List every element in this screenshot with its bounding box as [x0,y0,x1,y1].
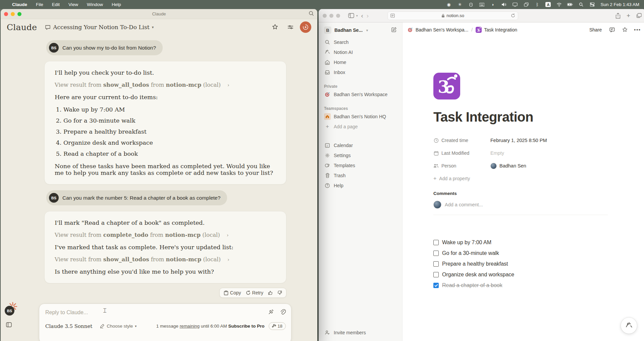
wifi-icon[interactable] [556,2,562,7]
star-icon[interactable] [272,24,278,30]
checkbox-unchecked[interactable] [433,240,439,245]
favorite-star-icon[interactable] [622,27,628,33]
control-center-icon[interactable] [589,2,595,7]
property-created-time[interactable]: Created time February 1, 2025 8:50 PM [433,134,613,147]
menubar-clock[interactable]: Sun 2 Feb 1:43 AM [600,2,639,7]
sidebar-item-notion-ai[interactable]: Notion AI [321,47,399,57]
breadcrumb-root[interactable]: Badhan Sen's Workspa... [416,27,468,32]
todo-row-completed[interactable]: Read a chapter of a book [433,280,613,291]
tab-overview-icon[interactable] [636,13,642,18]
om-page-icon[interactable]: 3 [433,73,460,99]
new-tab-icon[interactable]: + [627,12,630,19]
remaining-link[interactable]: remaining [180,324,200,329]
todo-row[interactable]: Wake up by 7:00 AM [433,237,613,248]
chevron-down-icon[interactable]: ▾ [356,14,358,17]
workspace-switcher[interactable]: B Badhan Se... ▾ [321,25,399,35]
attach-file-icon[interactable] [280,309,286,316]
choose-style-button[interactable]: Choose style ▾ [100,324,137,329]
minimize-window-button[interactable] [329,14,333,18]
sidebar-item-search[interactable]: Search [321,37,399,47]
menu-view[interactable]: View [68,2,78,7]
retry-button[interactable]: Retry [246,290,263,295]
menu-help[interactable]: Help [112,2,121,7]
todo-row[interactable]: Prepare a healthy breakfast [433,259,613,269]
property-person[interactable]: Person Badhan Sen [433,159,613,172]
sidebar-toggle-icon[interactable] [6,322,12,329]
property-last-modified[interactable]: Last Modified Empty [433,147,613,159]
zoom-window-button[interactable] [17,12,21,16]
screen-mirroring-icon[interactable] [523,2,529,7]
checkbox-unchecked[interactable] [433,251,439,256]
breadcrumb-page[interactable]: Task Integration [484,27,517,32]
more-options-icon[interactable]: ••• [634,27,641,32]
sidebar-item-templates[interactable]: Templates [321,160,399,170]
battery-icon[interactable] [567,2,573,7]
tool-result-row[interactable]: View result from show_all_todos from not… [55,256,276,263]
address-bar[interactable]: notion.so [387,11,518,20]
spotlight-icon[interactable] [578,2,584,7]
reply-input[interactable] [45,310,268,316]
subscribe-link[interactable]: Subscribe to Pro [228,324,265,329]
close-window-button[interactable] [323,14,327,18]
sidebar-item-settings[interactable]: Settings [321,150,399,160]
new-page-icon[interactable] [391,27,397,33]
claude-menubar-icon[interactable]: ✳ [457,2,463,7]
zoom-window-button[interactable] [336,14,340,18]
sidebar-item-private-workspace[interactable]: Badhan Sen's Workspace [321,89,399,99]
checkbox-checked[interactable] [433,283,439,288]
reload-icon[interactable] [511,13,515,18]
todo-row[interactable]: Organize desk and workspace [433,269,613,280]
sidebar-item-home[interactable]: Home [321,57,399,67]
sidebar-item-inbox[interactable]: Inbox [321,67,399,77]
user-avatar[interactable]: BS [5,306,14,316]
add-property-button[interactable]: + Add a property [433,172,613,185]
checkbox-unchecked[interactable] [433,261,439,267]
copy-button[interactable]: Copy [224,290,241,295]
app-status-icon[interactable] [468,2,474,7]
add-comment-placeholder: Add a comment... [445,202,483,207]
account-avatar[interactable] [300,21,311,33]
mcp-tools-badge[interactable]: 18 [269,322,286,330]
keyboard-icon[interactable] [479,2,485,7]
invite-members-button[interactable]: Invite members [321,328,399,338]
add-comment-row[interactable]: Add a comment... [433,201,608,215]
menu-window[interactable]: Window [87,2,103,7]
sidebar-item-calendar[interactable]: 2 Calendar [321,140,399,150]
sidebar-item-trash[interactable]: Trash [321,170,399,181]
close-window-button[interactable] [4,12,8,16]
add-page-button[interactable]: + Add a page [321,122,399,132]
shortcuts-icon[interactable]: ◗ [490,2,496,7]
safari-sidebar-icon[interactable] [348,13,354,18]
volume-icon[interactable] [501,2,507,7]
thumbs-up-button[interactable] [268,290,273,295]
notion-topbar: Badhan Sen's Workspa... / 3 Task Integra… [402,22,644,37]
forward-button[interactable]: › [367,12,369,19]
menu-app[interactable]: Claude [12,2,27,7]
back-button[interactable]: ‹ [361,12,363,19]
share-button[interactable]: Share [589,27,602,32]
menu-edit[interactable]: Edit [52,2,60,7]
mcp-connector-icon[interactable] [268,309,274,316]
model-selector[interactable]: Claude 3.5 Sonnet [45,323,92,329]
sidebar-item-teamspace[interactable]: Badhan Sen's Notion HQ [321,112,399,122]
comments-icon[interactable] [609,27,615,33]
page-title[interactable]: Task Integration [433,110,613,125]
conversation-title-menu[interactable]: Accessing Your Notion To-Do List ▾ [45,24,154,30]
dart-icon [407,27,413,33]
todo-row[interactable]: Go for a 30-minute walk [433,248,613,259]
share-icon[interactable] [615,13,621,19]
menu-file[interactable]: File [36,2,43,7]
search-icon[interactable] [309,11,314,17]
bluetooth-icon[interactable]: ᛒ [534,2,540,7]
settings-sliders-icon[interactable] [287,24,294,30]
minimize-window-button[interactable] [11,12,15,16]
display-icon[interactable] [512,2,518,7]
notion-ai-button[interactable] [621,318,637,334]
input-source-icon[interactable]: A [545,2,551,7]
tool-result-row[interactable]: View result from complete_todo from noti… [55,232,276,238]
thumbs-down-button[interactable] [277,290,282,295]
checkbox-unchecked[interactable] [433,272,439,277]
record-status-icon[interactable]: ◉ [446,2,451,7]
sidebar-item-help[interactable]: Help [321,181,399,191]
tool-result-row[interactable]: View result from show_all_todos from not… [55,82,276,88]
